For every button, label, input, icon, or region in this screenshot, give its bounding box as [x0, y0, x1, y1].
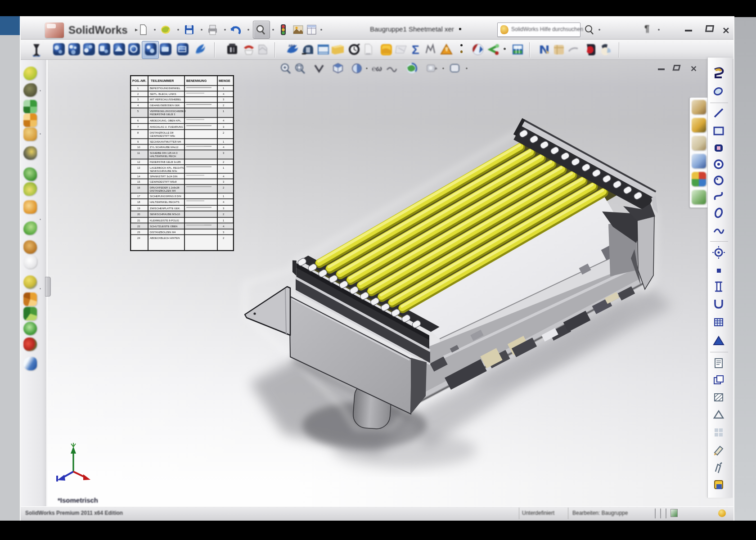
svg-text:13: 13	[137, 166, 140, 169]
svg-text:16: 16	[137, 186, 140, 189]
svg-text:3: 3	[223, 231, 224, 234]
svg-text:1: 1	[223, 219, 224, 222]
svg-text:TEILENUMMER: TEILENUMMER	[151, 79, 174, 82]
svg-text:2: 2	[137, 93, 139, 95]
svg-text:SCHEIBE DIN 125 A4.3: SCHEIBE DIN 125 A4.3	[150, 152, 178, 154]
svg-text:11: 11	[137, 152, 140, 154]
svg-text:VERRIEGELUNGSSCHIEBER: VERRIEGELUNGSSCHIEBER	[150, 110, 186, 112]
svg-text:FEDERSTAB GELB 3: FEDERSTAB GELB 3	[150, 113, 175, 116]
svg-text:3: 3	[223, 207, 224, 210]
svg-text:21: 21	[137, 219, 140, 222]
svg-text:DISTANZBOLZEN M4: DISTANZBOLZEN M4	[150, 189, 176, 192]
svg-text:BEFESTIGUNGSWINKEL: BEFESTIGUNGSWINKEL	[150, 87, 180, 90]
svg-text:5: 5	[137, 110, 139, 112]
svg-text:23: 23	[137, 231, 140, 234]
svg-text:DISTANZROLLE D8: DISTANZROLLE D8	[150, 131, 173, 134]
svg-text:6: 6	[137, 119, 139, 122]
svg-text:7: 7	[137, 126, 139, 128]
svg-text:24: 24	[137, 237, 140, 239]
svg-text:1: 1	[223, 140, 224, 143]
svg-text:POS.-NR.: POS.-NR.	[132, 79, 146, 82]
svg-text:2: 2	[223, 131, 224, 134]
svg-text:HALTEWINKEL RECH: HALTEWINKEL RECH	[150, 155, 176, 158]
svg-text:ABA: ABA	[288, 44, 295, 47]
svg-text:℮ω: ℮ω	[372, 65, 382, 72]
svg-text:MENGE: MENGE	[219, 79, 230, 82]
svg-text:1: 1	[223, 87, 224, 90]
svg-text:3: 3	[223, 98, 224, 101]
svg-text:2: 2	[223, 161, 224, 163]
svg-text:FEDERSTAB GELB 3x185: FEDERSTAB GELB 3x185	[150, 161, 181, 163]
svg-text:Σ: Σ	[412, 43, 419, 57]
svg-text:1: 1	[137, 87, 139, 90]
svg-text:15: 15	[137, 180, 140, 183]
svg-text:MIT VERSCHLUSSHEBEL: MIT VERSCHLUSSHEBEL	[150, 98, 182, 101]
svg-text:SPANNSTIFT 3x24 DIN: SPANNSTIFT 3x24 DIN	[150, 175, 177, 178]
svg-text:BENENNUNG: BENENNUNG	[186, 79, 207, 82]
svg-text:1: 1	[223, 110, 224, 112]
svg-text:2: 2	[223, 237, 224, 239]
svg-text:SENKSCHRAUBE M3x: SENKSCHRAUBE M3x	[150, 170, 177, 172]
svg-text:SECHSKANTMUTTER M4: SECHSKANTMUTTER M4	[150, 140, 181, 143]
svg-text:SCHUTZLEISTE OBEN: SCHUTZLEISTE OBEN	[150, 225, 178, 228]
svg-text:2: 2	[223, 213, 224, 216]
svg-text:19: 19	[137, 207, 140, 210]
svg-text:SICHERUNGSRING 8 DIN: SICHERUNGSRING 8 DIN	[150, 195, 181, 198]
svg-text:22: 22	[137, 225, 140, 228]
svg-text:GEWINDESTIFT M5x: GEWINDESTIFT M5x	[150, 135, 175, 137]
svg-text:ABDECKUNG, OBEN KPL.: ABDECKUNG, OBEN KPL.	[150, 119, 182, 122]
svg-text:10: 10	[137, 146, 140, 148]
svg-text:LAGERBOCK KPL. RECHTS: LAGERBOCK KPL. RECHTS	[150, 166, 184, 169]
svg-text:ZYL.SCHRAUBE M4x12: ZYL.SCHRAUBE M4x12	[150, 146, 178, 148]
svg-text:DISTANZBOLZEN M4: DISTANZBOLZEN M4	[150, 231, 176, 234]
svg-text:ABDECKBLECH HINTEN: ABDECKBLECH HINTEN	[150, 237, 180, 239]
svg-text:1: 1	[223, 195, 224, 198]
svg-text:12: 12	[137, 161, 140, 163]
svg-text:20: 20	[137, 213, 140, 216]
svg-text:3: 3	[223, 126, 224, 128]
svg-text:9: 9	[137, 140, 139, 143]
svg-text:1: 1	[223, 166, 224, 169]
svg-text:GEHAEUSEBODEN GEK.: GEHAEUSEBODEN GEK.	[150, 104, 181, 107]
svg-text:HALTEWINKEL RECHTS: HALTEWINKEL RECHTS	[150, 201, 180, 203]
svg-text:DRUCKFEDER 1.2x9x28: DRUCKFEDER 1.2x9x28	[150, 186, 179, 189]
svg-text:SENKSCHRAUBE M3x10: SENKSCHRAUBE M3x10	[150, 213, 180, 216]
svg-text:ZWISCHENPLATTE GEK.: ZWISCHENPLATTE GEK.	[150, 207, 180, 210]
svg-text:8: 8	[137, 131, 139, 134]
svg-text:18: 18	[137, 201, 140, 203]
svg-text:SEITL. BLECH, LINKS: SEITL. BLECH, LINKS	[150, 93, 176, 95]
svg-text:14: 14	[137, 175, 140, 178]
svg-text:3: 3	[137, 98, 139, 101]
svg-text:2: 2	[223, 104, 224, 107]
svg-text:ANSCHLAG U. FUEHRUNG: ANSCHLAG U. FUEHRUNG	[150, 126, 183, 128]
svg-text:2: 2	[223, 186, 224, 189]
svg-text:17: 17	[137, 195, 140, 198]
svg-text:KLEMMLEISTE 8-POLIG: KLEMMLEISTE 8-POLIG	[150, 219, 180, 222]
svg-text:3: 3	[223, 180, 224, 183]
svg-text:GEWINDESTIFT M5x8: GEWINDESTIFT M5x8	[150, 180, 176, 183]
svg-text:3: 3	[223, 152, 224, 154]
